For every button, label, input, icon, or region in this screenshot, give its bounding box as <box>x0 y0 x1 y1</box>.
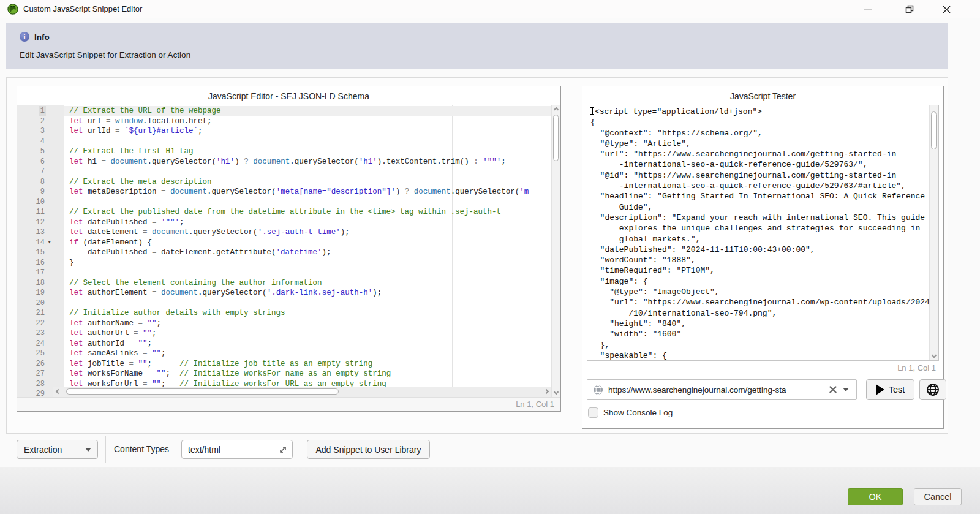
minimize-button[interactable] <box>854 0 882 18</box>
open-in-browser-button[interactable] <box>919 379 946 400</box>
text-caret <box>590 107 594 115</box>
code-line: // Initialize author details with empty … <box>64 308 551 319</box>
cancel-label: Cancel <box>924 492 951 502</box>
test-url-combobox[interactable] <box>587 379 857 400</box>
code-line: let authorUrl = ""; <box>64 328 551 339</box>
tester-vertical-scrollbar[interactable] <box>929 105 938 360</box>
tester-line: "datePublished": "2024-11-11T10:00:43+00… <box>590 244 929 255</box>
tester-url-row: Test <box>587 379 939 400</box>
content-types-field[interactable] <box>181 440 293 459</box>
line-number: 10 <box>17 197 64 208</box>
scroll-right-icon[interactable] <box>544 389 549 394</box>
line-number: 3 <box>17 126 64 137</box>
fold-icon[interactable]: ▾ <box>48 238 51 248</box>
editor-code-area[interactable]: // Extract the URL of the webpagelet url… <box>64 105 551 397</box>
tester-line: "speakable": { <box>590 350 929 360</box>
code-line: // Extract the first H1 tag <box>64 146 551 157</box>
tester-line: }, <box>590 340 929 350</box>
editor-gutter: 1234567891011121314▾15161718192021222324… <box>17 105 64 397</box>
window-title: Custom JavaScript Snippet Editor <box>23 4 142 13</box>
maximize-button[interactable] <box>895 0 924 18</box>
line-number: 25 <box>17 349 64 359</box>
editor-caret-position: Ln 1, Col 1 <box>17 398 560 411</box>
app-logo-frog-icon <box>7 4 18 15</box>
url-history-dropdown-icon[interactable] <box>843 388 849 391</box>
code-line: if (dateElement) { <box>64 238 551 248</box>
line-number: 1 <box>17 106 64 116</box>
line-number: 18 <box>17 278 64 289</box>
line-number: 5 <box>17 146 64 157</box>
content-types-input[interactable] <box>188 445 279 455</box>
line-number: 16 <box>17 258 64 268</box>
test-button-label: Test <box>889 385 905 395</box>
tester-line: "@type": "ImageObject", <box>590 287 929 297</box>
chevron-down-icon <box>85 448 91 452</box>
tester-line: { <box>590 117 929 127</box>
info-icon: i <box>20 32 29 42</box>
expand-icon[interactable] <box>279 445 287 454</box>
line-number: 20 <box>17 298 64 309</box>
editor-horizontal-scrollbar[interactable] <box>53 387 551 397</box>
scroll-down-icon[interactable] <box>932 353 937 358</box>
title-bar: Custom JavaScript Snippet Editor <box>0 0 980 18</box>
tester-line: global markets.", <box>590 234 929 244</box>
scroll-up-icon[interactable] <box>554 107 559 112</box>
ok-label: OK <box>869 492 882 502</box>
editor-vertical-scrollbar[interactable] <box>551 105 560 397</box>
tester-vscroll-thumb[interactable] <box>931 111 937 149</box>
test-url-input[interactable] <box>608 385 826 395</box>
clear-url-icon[interactable] <box>829 386 837 393</box>
info-banner-title: Info <box>34 32 50 42</box>
tester-line: "@id": "https://www.searchenginejournal.… <box>590 170 929 181</box>
tester-code-lines: <script type="application/ld+json">{ "@c… <box>587 105 929 360</box>
close-button[interactable] <box>932 0 960 18</box>
tester-line: "@type": "Article", <box>590 138 929 149</box>
line-number: 15 <box>17 248 64 258</box>
scroll-left-icon[interactable] <box>56 389 61 394</box>
tester-line: "image": { <box>590 276 929 287</box>
line-number: 11 <box>17 207 64 217</box>
tester-line: /10/international-seo-794.png", <box>590 308 929 319</box>
code-line: // Extract the URL of the webpage <box>64 106 551 116</box>
code-line: let sameAsLinks = ""; <box>64 349 551 359</box>
content-types-label: Content Types <box>114 444 169 454</box>
tester-output-area[interactable]: <script type="application/ld+json">{ "@c… <box>587 105 939 361</box>
scroll-down-icon[interactable] <box>554 390 559 395</box>
editor-vscroll-thumb[interactable] <box>553 115 559 161</box>
line-number: 13 <box>17 227 64 238</box>
code-line: datePublished = dateElement.getAttribute… <box>64 248 551 258</box>
editor-code-lines: // Extract the URL of the webpagelet url… <box>64 106 551 397</box>
divider <box>300 436 300 463</box>
tester-panel-title: JavaScript Tester <box>582 86 943 105</box>
line-number: 6 <box>17 157 64 167</box>
tester-line: -international-seo-a-quick-reference-gui… <box>590 159 929 170</box>
editor-hscroll-thumb[interactable] <box>66 388 339 395</box>
ok-button[interactable]: OK <box>848 488 903 505</box>
cancel-button[interactable]: Cancel <box>914 488 962 505</box>
tester-line: "width": "1600" <box>590 329 929 339</box>
line-number: 4 <box>17 137 64 147</box>
console-log-row: Show Console Log <box>588 407 673 418</box>
code-line: let urlId = `${url}#article`; <box>64 126 551 137</box>
code-line: let metaDescription = document.querySele… <box>64 187 551 197</box>
add-snippet-to-library-button[interactable]: Add Snippet to User Library <box>307 440 430 459</box>
code-line <box>64 298 551 309</box>
editor-body[interactable]: 1234567891011121314▾15161718192021222324… <box>17 105 560 398</box>
line-number: 8 <box>17 177 64 187</box>
line-number: 26 <box>17 359 64 369</box>
line-number: 9 <box>17 187 64 197</box>
show-console-log-checkbox[interactable] <box>588 407 598 418</box>
line-number: 22 <box>17 319 64 329</box>
line-number: 27 <box>17 369 64 379</box>
line-number: 2 <box>17 116 64 127</box>
code-line: let authorElement = document.querySelect… <box>64 288 551 298</box>
restore-icon <box>905 5 914 13</box>
code-line <box>64 137 551 147</box>
test-button[interactable]: Test <box>866 379 914 400</box>
code-line <box>64 268 551 278</box>
snippet-type-select[interactable]: Extraction <box>17 440 98 459</box>
code-line: let jobTitle = ""; // Initialize job tit… <box>64 359 551 369</box>
line-number: 24 <box>17 339 64 349</box>
divider <box>105 436 106 463</box>
code-line: let authorId = ""; <box>64 339 551 349</box>
